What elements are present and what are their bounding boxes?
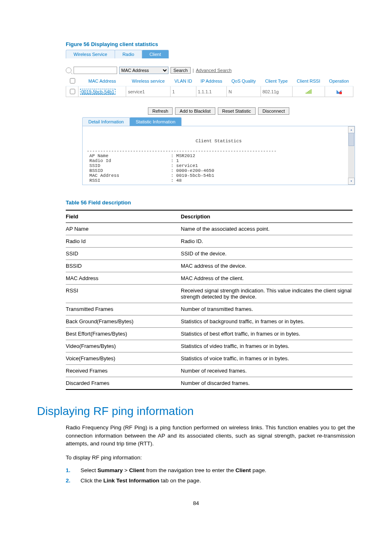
screenshot-statistics-panel: Refresh Add to Blacklist Reset Statistic… <box>82 107 355 185</box>
table-row: 0019-5bcb-54b1 service1 1 1.1.1.1 N 802.… <box>66 86 353 97</box>
cell-description: Statistics of background traffic, in fra… <box>181 315 353 328</box>
col-vlan-id: VLAN ID <box>171 76 196 86</box>
cell-description: Statistics of video traffic, in frames o… <box>181 340 353 352</box>
refresh-button[interactable]: Refresh <box>148 107 173 115</box>
section-heading: Displaying RF ping information <box>37 405 355 418</box>
tab-client[interactable]: Client <box>142 50 169 58</box>
tab-statistic-information[interactable]: Statistic Information <box>129 117 182 126</box>
table-row: Received FramesNumber of received frames… <box>66 365 353 377</box>
col-wireless-service: Wireless service <box>126 76 171 86</box>
cell-field: Back Ground(Frames/Bytes) <box>66 315 181 328</box>
page-number: 84 <box>37 500 355 506</box>
col-mac: MAC Address <box>78 76 126 86</box>
cell-field: Discarded Frames <box>66 377 181 390</box>
table-row: Best Effort(Frames/Bytes)Statistics of b… <box>66 328 353 340</box>
table-row: RSSIReceived signal strength indication.… <box>66 285 353 303</box>
table-row: Radio IdRadio ID. <box>66 235 353 248</box>
cell-description: Received signal strength indication. Thi… <box>181 285 353 303</box>
cell-field: Received Frames <box>66 365 181 377</box>
cell-description: Name of the associated access point. <box>181 223 353 235</box>
stats-body: ----------------------------------------… <box>87 148 277 185</box>
col-client-type: Client Type <box>261 76 292 86</box>
cell-description: MAC Address of the client. <box>181 272 353 285</box>
row-checkbox[interactable] <box>70 89 75 94</box>
cell-description: SSID of the device. <box>181 248 353 260</box>
col-operation: Operation <box>325 76 353 86</box>
search-input[interactable] <box>74 67 117 74</box>
table-row: Discarded FramesNumber of discarded fram… <box>66 377 353 390</box>
steps-list: 1.Select Summary > Client from the navig… <box>66 467 355 484</box>
step-text: Click the Link Test Information tab on t… <box>81 477 201 484</box>
cell-field: AP Name <box>66 223 181 235</box>
cell-rssi <box>292 86 325 97</box>
cell-description: Number of discarded frames. <box>181 377 353 390</box>
step-text: Select Summary > Client from the navigat… <box>81 467 266 473</box>
search-row: MAC Address Search | Advanced Search <box>66 67 353 74</box>
scroll-up-arrow-icon[interactable]: ▴ <box>348 126 355 133</box>
cell-field: Voice(Frames/Bytes) <box>66 352 181 365</box>
cell-field: Best Effort(Frames/Bytes) <box>66 328 181 340</box>
screenshot-client-table: Wireless Service Radio Client MAC Addres… <box>66 50 353 97</box>
search-field-select[interactable]: MAC Address <box>119 67 168 74</box>
th-description: Description <box>181 210 353 223</box>
field-description-table: Field Description AP NameName of the ass… <box>66 210 353 390</box>
cell-description: Statistics of best effort traffic, in fr… <box>181 328 353 340</box>
table-row: MAC AddressMAC Address of the client. <box>66 272 353 285</box>
sub-tabbar: Detail Information Statistic Information <box>82 117 355 126</box>
table-caption: Table 56 Field description <box>66 199 355 206</box>
action-button-row: Refresh Add to Blacklist Reset Statistic… <box>82 107 355 115</box>
cell-field: Radio Id <box>66 235 181 248</box>
cell-qos: N <box>227 86 261 97</box>
cell-description: Number of transmitted frames. <box>181 303 353 315</box>
search-button[interactable]: Search <box>171 67 191 74</box>
cell-service: service1 <box>126 86 171 97</box>
panel-scrollbar[interactable]: ▴ ▾ <box>348 126 355 185</box>
search-icon <box>66 67 71 73</box>
operation-icon[interactable] <box>337 89 341 94</box>
table-row: AP NameName of the associated access poi… <box>66 223 353 235</box>
tab-wireless-service[interactable]: Wireless Service <box>66 50 115 58</box>
scroll-down-arrow-icon[interactable]: ▾ <box>348 178 355 185</box>
table-row: Voice(Frames/Bytes)Statistics of voice t… <box>66 352 353 365</box>
col-client-rssi: Client RSSI <box>292 76 325 86</box>
step-item: 1.Select Summary > Client from the navig… <box>66 467 355 473</box>
cell-field: MAC Address <box>66 272 181 285</box>
table-row: Transmitted FramesNumber of transmitted … <box>66 303 353 315</box>
cell-ip: 1.1.1.1 <box>196 86 227 97</box>
cell-field: BSSID <box>66 260 181 272</box>
section-paragraph-1: Radio Frequency Ping (RF Ping) is a ping… <box>66 424 355 448</box>
select-all-checkbox[interactable] <box>70 78 75 83</box>
mac-link[interactable]: 0019-5bcb-54b1 <box>80 89 115 95</box>
table-row: Video(Frames/Bytes)Statistics of video t… <box>66 340 353 352</box>
figure-caption: Figure 56 Displaying client statistics <box>37 41 355 47</box>
client-grid: MAC Address Wireless service VLAN ID IP … <box>66 76 353 97</box>
col-qos: QoS Quality <box>227 76 261 86</box>
cell-description: Radio ID. <box>181 235 353 248</box>
tab-radio[interactable]: Radio <box>115 50 142 58</box>
step-number: 1. <box>66 467 73 473</box>
section-paragraph-2: To display RF ping information: <box>66 454 355 462</box>
step-number: 2. <box>66 477 73 484</box>
cell-description: Statistics of voice traffic, in frames o… <box>181 352 353 365</box>
cell-vlan: 1 <box>171 86 196 97</box>
cell-client-type: 802.11g <box>261 86 292 97</box>
statistics-text-panel: Client Statistics ----------------------… <box>82 126 355 185</box>
table-row: SSIDSSID of the device. <box>66 248 353 260</box>
th-field: Field <box>66 210 181 223</box>
reset-statistic-button[interactable]: Reset Statistic <box>218 107 256 115</box>
main-tabbar: Wireless Service Radio Client <box>66 50 353 58</box>
cell-field: Transmitted Frames <box>66 303 181 315</box>
cell-description: Number of received frames. <box>181 365 353 377</box>
tab-detail-information[interactable]: Detail Information <box>82 117 130 126</box>
col-ip: IP Address <box>196 76 227 86</box>
advanced-search-link[interactable]: Advanced Search <box>196 68 232 73</box>
add-to-blacklist-button[interactable]: Add to Blacklist <box>175 107 215 115</box>
table-row: BSSIDMAC address of the device. <box>66 260 353 272</box>
cell-field: RSSI <box>66 285 181 303</box>
cell-field: SSID <box>66 248 181 260</box>
table-row: Back Ground(Frames/Bytes)Statistics of b… <box>66 315 353 328</box>
scroll-thumb[interactable] <box>348 133 354 146</box>
disconnect-button[interactable]: Disconnect <box>258 107 289 115</box>
stats-title: Client Statistics <box>87 139 350 144</box>
step-item: 2.Click the Link Test Information tab on… <box>66 477 355 484</box>
